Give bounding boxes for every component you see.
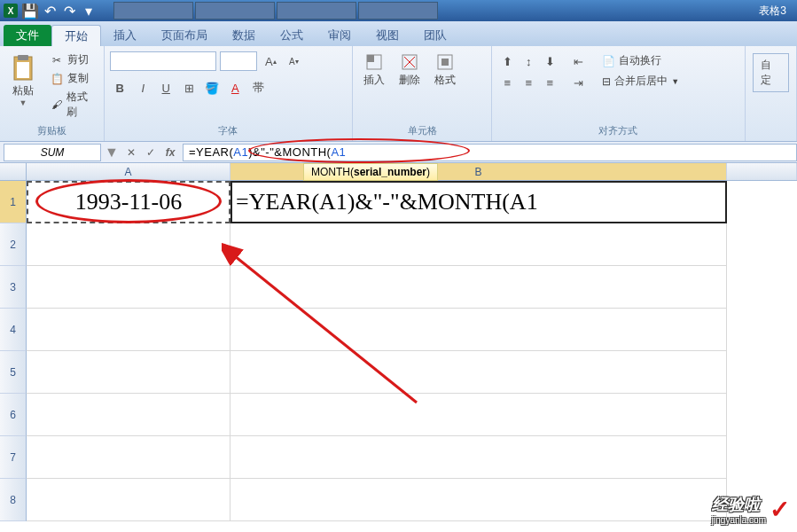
cell[interactable] [27, 436, 231, 479]
cut-button[interactable]: ✂ 剪切 [48, 51, 98, 68]
save-icon[interactable]: 💾 [23, 4, 37, 18]
title-bar: X 💾 ↶ ↷ ▾ 表格3 [0, 0, 797, 21]
formula-input[interactable]: =YEAR(A1)&"-"&MONTH(A1 [183, 144, 797, 161]
workbook-tab[interactable] [277, 2, 356, 20]
formulas-tab[interactable]: 公式 [268, 25, 316, 46]
name-box-dropdown[interactable]: ▼ [105, 145, 119, 160]
tooltip-fn: MONTH( [311, 166, 354, 178]
scissors-icon: ✂ [50, 53, 64, 67]
cell-a1[interactable]: 1993-11-06 [27, 181, 231, 223]
ribbon: 粘贴 ▼ ✂ 剪切 📋 复制 🖌 格式刷 剪贴板 [0, 46, 797, 142]
font-name-input[interactable] [110, 51, 216, 71]
row-header-1[interactable]: 1 [0, 181, 27, 223]
copy-label: 复制 [67, 71, 89, 86]
row-header-5[interactable]: 5 [0, 351, 27, 394]
increase-font-button[interactable]: A▴ [261, 51, 280, 71]
svg-rect-4 [367, 55, 374, 62]
decrease-font-button[interactable]: A▾ [284, 51, 303, 71]
row-header-3[interactable]: 3 [0, 266, 27, 309]
align-middle-button[interactable]: ↕ [519, 51, 538, 71]
format-painter-button[interactable]: 🖌 格式刷 [48, 89, 98, 121]
cell[interactable] [231, 223, 727, 266]
review-tab[interactable]: 审阅 [316, 25, 363, 46]
chevron-down-icon: ▼ [20, 98, 27, 107]
row-header-4[interactable]: 4 [0, 309, 27, 351]
merge-center-button[interactable]: ⊟ 合并后居中 ▼ [598, 72, 683, 90]
cell[interactable] [27, 223, 231, 266]
row-header-6[interactable]: 6 [0, 394, 27, 436]
font-color-button[interactable]: A [225, 78, 245, 98]
qat-dropdown-icon[interactable]: ▾ [82, 4, 96, 18]
delete-cell-button[interactable]: 删除 [394, 51, 426, 90]
increase-indent-button[interactable]: ⇥ [568, 73, 588, 92]
border-button[interactable]: ⊞ [179, 78, 199, 98]
clipboard-group: 粘贴 ▼ ✂ 剪切 📋 复制 🖌 格式刷 剪贴板 [0, 46, 105, 141]
brush-icon: 🖌 [50, 98, 63, 112]
cell[interactable] [27, 351, 231, 394]
insert-cell-button[interactable]: 插入 [358, 51, 390, 90]
underline-button[interactable]: U [156, 78, 176, 98]
row-header-2[interactable]: 2 [0, 223, 27, 266]
row-header-7[interactable]: 7 [0, 436, 27, 479]
view-tab[interactable]: 视图 [363, 25, 411, 46]
format-cell-button[interactable]: 格式 [429, 51, 461, 90]
cell[interactable] [27, 309, 231, 351]
column-header-a[interactable]: A [27, 163, 231, 180]
bold-button[interactable]: B [110, 78, 129, 98]
cell[interactable] [27, 266, 231, 309]
column-header[interactable] [727, 163, 797, 180]
check-icon: ✓ [770, 495, 790, 524]
cell[interactable] [231, 479, 727, 521]
file-tab[interactable]: 文件 [4, 25, 51, 46]
undo-icon[interactable]: ↶ [43, 4, 57, 18]
italic-button[interactable]: I [133, 78, 152, 98]
formula-ref: A1 [233, 145, 248, 159]
function-tooltip: MONTH(serial_number) [303, 163, 438, 181]
align-center-button[interactable]: ≡ [519, 73, 538, 92]
workbook-tab[interactable] [195, 2, 275, 20]
document-title: 表格3 [759, 4, 793, 19]
data-tab[interactable]: 数据 [220, 25, 268, 46]
cell[interactable] [231, 266, 727, 309]
cell[interactable] [27, 479, 231, 521]
name-box-value: SUM [41, 146, 65, 159]
decrease-indent-button[interactable]: ⇤ [568, 51, 588, 71]
home-tab[interactable]: 开始 [51, 25, 101, 46]
cell[interactable] [231, 436, 727, 479]
fx-button[interactable]: fx [161, 145, 179, 160]
cell[interactable] [27, 394, 231, 436]
redo-icon[interactable]: ↷ [62, 4, 76, 18]
enter-button[interactable]: ✓ [142, 145, 160, 160]
cell-b1[interactable]: =YEAR(A1)&"-"&MONTH(A1 [231, 181, 727, 223]
auto-button[interactable]: 自定 [753, 53, 789, 92]
decrease-indent-icon: ⇤ [574, 55, 583, 68]
name-box[interactable]: SUM [4, 144, 101, 161]
workbook-tab[interactable] [358, 2, 438, 20]
select-all-corner[interactable] [0, 163, 27, 180]
align-top-button[interactable]: ⬆ [497, 51, 517, 71]
watermark-url: jingyanla.com [712, 515, 766, 525]
formula-ref: A1 [331, 145, 346, 159]
align-bottom-button[interactable]: ⬇ [540, 51, 559, 71]
border-icon: ⊞ [184, 82, 194, 95]
font-color-icon: A [231, 82, 239, 95]
insert-tab[interactable]: 插入 [101, 25, 149, 46]
paste-button[interactable]: 粘贴 ▼ [5, 51, 41, 109]
fill-color-button[interactable]: 🪣 [202, 78, 222, 98]
wrap-text-button[interactable]: 📄 自动换行 [598, 51, 683, 70]
cell[interactable] [231, 309, 727, 351]
spreadsheet-grid: A B 1 2 3 4 5 6 7 8 1993-11-06 =YEAR(A1)… [0, 163, 797, 532]
phonetic-button[interactable]: 帯 [248, 78, 268, 98]
cell[interactable] [231, 351, 727, 394]
cancel-button[interactable]: ✕ [122, 145, 140, 160]
team-tab[interactable]: 团队 [411, 25, 459, 46]
align-left-button[interactable]: ≡ [497, 73, 517, 92]
workbook-tab[interactable] [113, 2, 193, 20]
align-right-button[interactable]: ≡ [540, 73, 559, 92]
cell[interactable] [231, 394, 727, 436]
row-header-8[interactable]: 8 [0, 479, 27, 521]
paste-label: 粘贴 [12, 83, 34, 98]
page-layout-tab[interactable]: 页面布局 [149, 25, 220, 46]
copy-button[interactable]: 📋 复制 [48, 70, 98, 87]
font-size-input[interactable] [220, 51, 257, 71]
